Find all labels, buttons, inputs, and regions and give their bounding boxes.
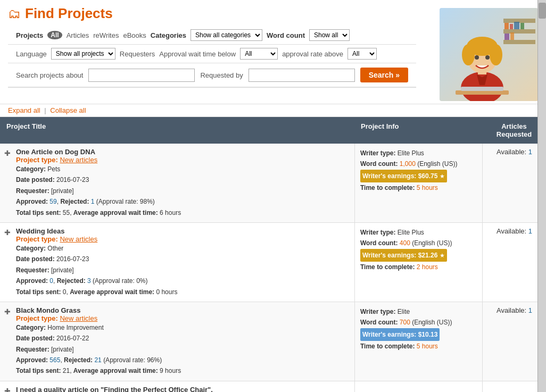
- language-label: Language: [16, 50, 47, 58]
- ebooks-link[interactable]: eBooks: [123, 31, 146, 39]
- svg-point-17: [485, 55, 490, 60]
- available-cell: Available: 1: [482, 302, 546, 381]
- project-type-label: Project type:: [16, 156, 60, 164]
- project-title-link[interactable]: I need a quality article on "Finding the…: [16, 386, 213, 392]
- projects-nav-label: Projects: [16, 31, 43, 39]
- project-title-cell: ✚ I need a quality article on "Finding t…: [0, 381, 354, 392]
- rejected-link[interactable]: 1: [91, 198, 95, 205]
- projects-table: Project Title Project Info Articles Requ…: [0, 117, 546, 392]
- separator: |: [44, 106, 46, 114]
- project-info-cell: [354, 381, 482, 392]
- project-title-cell: ✚ One Article on Dog DNA Project type: N…: [0, 144, 354, 222]
- search-about-input[interactable]: [88, 69, 195, 82]
- filter-bar: Language Show all projects Requesters Ap…: [8, 45, 416, 63]
- expand-all-link[interactable]: Expand all: [8, 106, 40, 114]
- word-count-select[interactable]: Show all: [309, 29, 350, 41]
- table-row: ✚ Black Mondo Grass Project type: New ar…: [0, 302, 546, 381]
- categories-select[interactable]: Show all categories: [191, 29, 262, 41]
- project-type-link[interactable]: New articles: [60, 156, 97, 164]
- project-type-label: Project type:: [16, 235, 60, 243]
- approved-link[interactable]: 565: [49, 356, 60, 364]
- project-info-cell: Writer type: Elite Word count: 700 (Engl…: [354, 302, 482, 381]
- approval-rate-label: approval rate above: [282, 50, 343, 58]
- project-title-link[interactable]: Wedding Ideas: [16, 227, 65, 235]
- language-select[interactable]: Show all projects: [51, 48, 115, 60]
- svg-rect-20: [461, 87, 503, 91]
- table-row: ✚ One Article on Dog DNA Project type: N…: [0, 144, 546, 223]
- col-project-title: Project Title: [0, 117, 354, 144]
- project-details: I need a quality article on "Finding the…: [16, 386, 350, 392]
- collapse-all-link[interactable]: Collapse all: [50, 106, 86, 114]
- scrollbar-thumb[interactable]: [539, 3, 546, 19]
- table-header: Project Title Project Info Articles Requ…: [0, 117, 546, 144]
- svg-rect-5: [510, 24, 513, 29]
- svg-rect-3: [503, 40, 535, 44]
- rejected-link[interactable]: 3: [87, 277, 91, 285]
- project-title-cell: ✚ Black Mondo Grass Project type: New ar…: [0, 302, 354, 381]
- table-row: ✚ Wedding Ideas Project type: New articl…: [0, 223, 546, 302]
- project-details: Wedding Ideas Project type: New articles…: [16, 227, 350, 297]
- earnings-badge: Writer's earnings: $21.26 ★: [360, 249, 447, 262]
- project-info-cell: Writer type: Elite Plus Word count: 400 …: [354, 223, 482, 302]
- project-meta: Category: Other Date posted: 2016-07-23 …: [16, 243, 350, 297]
- approved-link[interactable]: 0: [49, 277, 53, 285]
- page-icon: 🗂: [8, 6, 21, 21]
- svg-rect-19: [456, 90, 509, 95]
- col-project-info: Project Info: [354, 117, 482, 144]
- svg-rect-4: [504, 23, 509, 29]
- project-type-label: Project type:: [16, 314, 60, 322]
- all-badge[interactable]: All: [47, 31, 62, 39]
- illustration-svg: [440, 8, 538, 101]
- available-cell: Available: 1: [482, 144, 546, 222]
- project-title-cell: ✚ Wedding Ideas Project type: New articl…: [0, 223, 354, 302]
- svg-rect-7: [520, 23, 524, 29]
- rewrites-link[interactable]: reWrites: [93, 31, 119, 39]
- categories-label: Categories: [151, 31, 186, 39]
- project-type-link[interactable]: New articles: [60, 235, 97, 243]
- project-meta: Category: Home Improvement Date posted: …: [16, 322, 350, 377]
- svg-point-14: [462, 44, 475, 65]
- approval-rate-select[interactable]: All 80% 90% 95% 98%: [348, 48, 377, 60]
- earnings-badge: Writer's earnings: $10.13: [360, 328, 440, 341]
- project-meta: Category: Pets Date posted: 2016-07-23 R…: [16, 164, 350, 218]
- expand-row-btn[interactable]: ✚: [4, 387, 13, 392]
- page-title: Find Projects: [25, 5, 113, 22]
- expand-row-btn[interactable]: ✚: [4, 149, 13, 218]
- requested-by-label: Requested by: [200, 71, 243, 79]
- svg-rect-2: [503, 29, 535, 34]
- project-title-link[interactable]: One Article on Dog DNA: [16, 148, 95, 156]
- project-info-cell: Writer type: Elite Plus Word count: 1,00…: [354, 144, 482, 222]
- word-count-label: Word count: [267, 31, 305, 39]
- available-cell: [482, 381, 546, 392]
- svg-rect-6: [514, 22, 519, 29]
- project-details: One Article on Dog DNA Project type: New…: [16, 148, 350, 218]
- search-about-label: Search projects about: [16, 71, 83, 79]
- svg-point-15: [490, 44, 502, 65]
- expand-collapse-bar: Expand all | Collapse all: [0, 104, 546, 117]
- available-cell: Available: 1: [482, 223, 546, 302]
- requested-by-input[interactable]: [249, 69, 355, 82]
- expand-row-btn[interactable]: ✚: [4, 228, 13, 297]
- search-button[interactable]: Search »: [360, 68, 408, 82]
- table-row: ✚ I need a quality article on "Finding t…: [0, 381, 546, 392]
- project-details: Black Mondo Grass Project type: New arti…: [16, 306, 350, 377]
- page-title-area: 🗂 Find Projects: [8, 5, 416, 22]
- earnings-badge: Writer's earnings: $60.75 ★: [360, 170, 447, 182]
- search-bar: Search projects about Requested by Searc…: [8, 63, 416, 88]
- approval-wait-select[interactable]: All 1 hour 2 hours 4 hours 8 hours: [240, 48, 278, 60]
- approval-wait-label: Approval wait time below: [159, 50, 236, 58]
- approved-link[interactable]: 59: [49, 198, 56, 205]
- project-title-link[interactable]: Black Mondo Grass: [16, 306, 80, 314]
- svg-rect-8: [504, 34, 509, 40]
- expand-row-btn[interactable]: ✚: [4, 307, 13, 377]
- scrollbar[interactable]: [537, 0, 546, 392]
- requesters-label: Requesters: [120, 50, 155, 58]
- rejected-link[interactable]: 21: [94, 356, 101, 364]
- svg-rect-9: [510, 32, 514, 40]
- svg-point-16: [475, 55, 479, 60]
- nav-bar: Projects All Articles reWrites eBooks Ca…: [8, 26, 416, 45]
- col-articles-requested: Articles Requested: [482, 117, 546, 144]
- project-type-link[interactable]: New articles: [60, 314, 97, 322]
- articles-link[interactable]: Articles: [67, 31, 89, 39]
- hero-illustration: [440, 8, 538, 101]
